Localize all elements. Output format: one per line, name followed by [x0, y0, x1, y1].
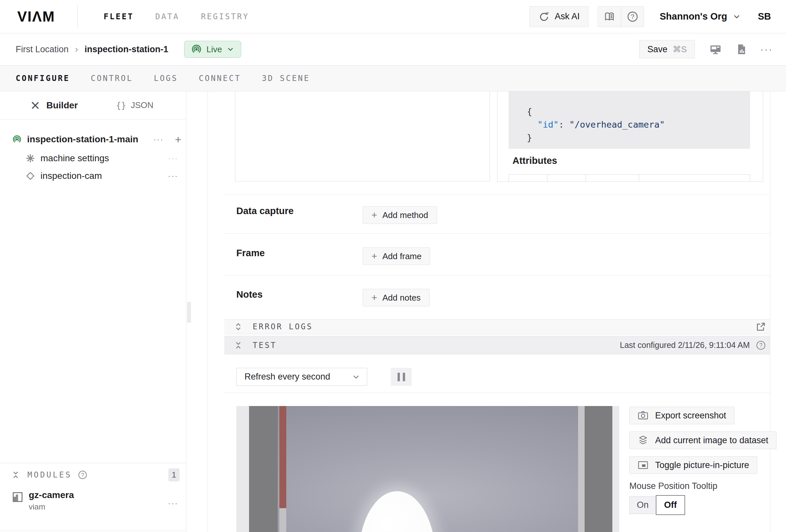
nav-fleet[interactable]: FLEET: [104, 12, 134, 21]
tab-control[interactable]: CONTROL: [91, 74, 133, 83]
attributes-table: [509, 174, 750, 182]
org-switcher[interactable]: Shannon's Org: [660, 11, 741, 22]
camera-scene-wall: [249, 406, 278, 532]
machine-tabs: CONFIGURE CONTROL LOGS CONNECT 3D SCENE: [0, 65, 786, 91]
machine-name: inspection-station-1: [85, 44, 168, 54]
external-link-icon[interactable]: [756, 322, 766, 332]
refresh-rate-select[interactable]: Refresh every second: [236, 368, 367, 386]
add-method-label: Add method: [383, 210, 428, 220]
broadcast-icon: [191, 44, 202, 55]
book-icon: [603, 11, 615, 23]
refresh-controls-row: Refresh every second: [224, 354, 770, 393]
svg-text:?: ?: [759, 342, 763, 349]
camera-scene-wall: [585, 406, 612, 532]
live-status-badge[interactable]: Live: [184, 41, 241, 58]
camera-icon: [638, 410, 649, 421]
expand-icon[interactable]: [234, 322, 243, 331]
json-label: JSON: [131, 100, 154, 110]
tab-configure[interactable]: CONFIGURE: [16, 74, 70, 83]
toggle-pip-button[interactable]: Toggle picture-in-picture: [629, 456, 757, 474]
tree-item-label: inspection-station-1-main: [27, 134, 138, 145]
modules-title: MODULES: [27, 470, 72, 480]
avatar[interactable]: SB: [758, 11, 771, 22]
pause-icon: [398, 373, 400, 381]
viam-logo[interactable]: VIΛM: [17, 8, 55, 25]
json-mode-toggle[interactable]: {} JSON: [116, 100, 154, 110]
machine-settings-menu-button[interactable]: ···: [168, 154, 178, 163]
panel-resize-handle[interactable]: [188, 302, 191, 323]
add-frame-button[interactable]: + Add frame: [363, 247, 430, 265]
code-line-close: }: [527, 131, 750, 144]
help-circle-icon[interactable]: ?: [78, 470, 88, 480]
test-bar-right: Last configured 2/11/26, 9:11:04 AM ?: [620, 340, 766, 350]
error-logs-title: ERROR LOGS: [253, 322, 313, 331]
help-circle-icon[interactable]: ?: [756, 340, 766, 350]
tree-item-machine-settings[interactable]: machine settings ···: [0, 149, 186, 167]
main-config-area: { "id": "/overhead_camera" } Attributes: [208, 91, 786, 532]
component-config-panel: [235, 91, 490, 182]
component-details-panel: { "id": "/overhead_camera" } Attributes: [497, 91, 763, 182]
help-button[interactable]: ?: [621, 6, 644, 27]
camera-scene-sphere: [359, 491, 435, 532]
builder-mode-toggle[interactable]: Builder: [30, 100, 78, 111]
modules-section: MODULES ? 1 gz-camera viam: [0, 463, 186, 511]
chevron-down-icon: [227, 45, 234, 53]
add-image-to-dataset-button[interactable]: Add current image to dataset: [629, 432, 777, 449]
tooltip-on-button[interactable]: On: [629, 496, 656, 514]
error-logs-actions: [756, 322, 766, 332]
ask-ai-button[interactable]: Ask AI: [529, 6, 588, 27]
pause-icon: [403, 373, 405, 381]
pause-refresh-button[interactable]: [391, 368, 412, 386]
camera-scene-post-base: [279, 508, 286, 532]
module-menu-button[interactable]: ···: [168, 499, 178, 509]
nav-data[interactable]: DATA: [155, 12, 180, 21]
collapse-icon[interactable]: [11, 470, 20, 480]
org-name: Shannon's Org: [660, 11, 727, 22]
camera-scene-trim: [578, 406, 585, 532]
export-screenshot-button[interactable]: Export screenshot: [629, 407, 735, 424]
breadcrumb-location[interactable]: First Location: [16, 44, 69, 54]
part-menu-button[interactable]: ···: [154, 135, 164, 145]
docs-button[interactable]: [598, 6, 621, 27]
mouse-tooltip-toggle: On Off: [629, 495, 770, 515]
docs-help-group: ?: [598, 6, 644, 27]
add-component-button[interactable]: +: [175, 134, 182, 145]
modules-count-badge: 1: [168, 468, 180, 481]
code-key: "id": [538, 119, 559, 130]
test-bar: TEST Last configured 2/11/26, 9:11:04 AM…: [224, 336, 770, 354]
tooltip-off-button[interactable]: Off: [656, 495, 685, 515]
add-method-button[interactable]: + Add method: [363, 206, 437, 224]
breadcrumb-separator: ›: [75, 44, 78, 54]
tab-connect[interactable]: CONNECT: [199, 74, 241, 83]
config-code-block: { "id": "/overhead_camera" }: [509, 91, 750, 149]
chevron-down-icon: [352, 373, 360, 381]
module-item-gz-camera[interactable]: gz-camera viam ···: [0, 490, 186, 511]
section-label: Frame: [236, 248, 265, 258]
tree-item-label: machine settings: [41, 153, 109, 163]
top-bar: VIΛM FLEET DATA REGISTRY Ask AI: [0, 0, 786, 33]
nav-registry[interactable]: REGISTRY: [201, 12, 249, 21]
topbar-divider: [77, 5, 78, 28]
attributes-table-column: [509, 175, 547, 182]
gear-icon: [25, 154, 35, 163]
mouse-position-tooltip-label: Mouse Position Tooltip: [629, 481, 770, 491]
live-label: Live: [207, 44, 222, 54]
save-label: Save: [647, 44, 668, 54]
collapse-icon[interactable]: [234, 341, 243, 350]
inspection-cam-menu-button[interactable]: ···: [168, 171, 178, 181]
tab-3d-scene[interactable]: 3D SCENE: [262, 74, 310, 83]
component-diamond-icon: [25, 171, 35, 181]
tree-item-machine-part[interactable]: inspection-station-1-main ··· +: [0, 131, 186, 148]
module-org: viam: [29, 502, 74, 511]
add-notes-button[interactable]: + Add notes: [363, 289, 430, 306]
tree-item-inspection-cam[interactable]: inspection-cam ···: [0, 167, 186, 185]
attributes-table-column: [547, 175, 586, 182]
config-column: { "id": "/overhead_camera" } Attributes: [224, 91, 770, 532]
more-actions-button[interactable]: ···: [760, 44, 773, 55]
report-button[interactable]: [736, 44, 747, 55]
plus-icon: +: [371, 293, 377, 303]
attributes-table-column: [639, 175, 750, 182]
tab-logs[interactable]: LOGS: [154, 74, 178, 83]
save-button[interactable]: Save ⌘S: [639, 40, 695, 59]
machine-page-button[interactable]: [709, 43, 722, 55]
